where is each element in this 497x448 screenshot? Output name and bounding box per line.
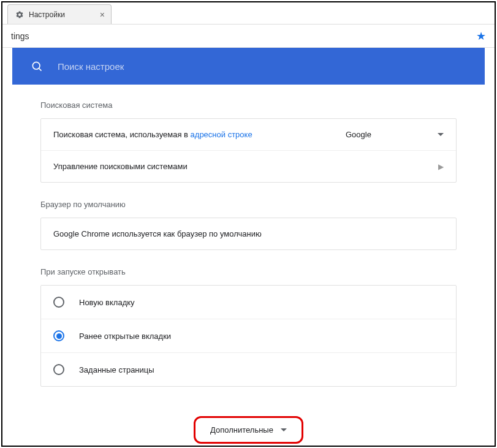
settings-search-bar[interactable] [12, 48, 485, 85]
settings-content: Поисковая система Поисковая система, исп… [2, 48, 495, 446]
option-label: Заданные страницы [79, 365, 154, 374]
section-title: Поисковая система [40, 101, 457, 110]
radio-button[interactable] [53, 330, 64, 341]
option-label: Ранее открытые вкладки [79, 332, 171, 341]
gear-icon [15, 10, 24, 19]
section-title: Браузер по умолчанию [40, 200, 457, 209]
svg-point-0 [32, 62, 40, 69]
bookmark-star-icon[interactable]: ★ [476, 29, 486, 43]
address-bar-link[interactable]: адресной строке [191, 130, 252, 139]
search-engine-select[interactable]: Google [346, 130, 444, 139]
address-bar[interactable]: tings ★ [2, 25, 495, 48]
section-on-startup: При запуске открывать Новую вкладку Ране… [12, 267, 485, 387]
search-engine-label: Поисковая система, используемая в адресн… [53, 130, 346, 139]
close-icon[interactable]: × [100, 10, 105, 20]
advanced-section: Дополнительные [12, 404, 485, 446]
search-icon [31, 60, 43, 72]
advanced-button[interactable]: Дополнительные [194, 416, 303, 444]
url-text: tings [11, 31, 476, 41]
startup-option-specific[interactable]: Заданные страницы [41, 353, 456, 386]
manage-engines-label: Управление поисковыми системами [53, 162, 438, 171]
section-search-engine: Поисковая система Поисковая система, исп… [12, 101, 485, 183]
startup-option-new-tab[interactable]: Новую вкладку [41, 286, 456, 319]
svg-line-1 [39, 69, 42, 71]
manage-search-engines-row[interactable]: Управление поисковыми системами ▶ [41, 151, 456, 182]
default-browser-status: Google Chrome используется как браузер п… [53, 229, 262, 238]
search-engine-card: Поисковая система, используемая в адресн… [40, 118, 457, 183]
search-input[interactable] [58, 61, 466, 72]
radio-button[interactable] [53, 297, 64, 308]
option-label: Новую вкладку [79, 298, 135, 307]
chevron-right-icon: ▶ [438, 162, 444, 171]
section-title: При запуске открывать [40, 267, 457, 276]
default-browser-status-row: Google Chrome используется как браузер п… [41, 218, 456, 249]
tab-title: Настройки [29, 10, 65, 19]
section-default-browser: Браузер по умолчанию Google Chrome испол… [12, 200, 485, 250]
chevron-down-icon [281, 427, 287, 433]
startup-option-continue[interactable]: Ранее открытые вкладки [41, 319, 456, 353]
tab-strip: Настройки × [2, 2, 495, 25]
default-browser-card: Google Chrome используется как браузер п… [40, 218, 457, 250]
startup-card: Новую вкладку Ранее открытые вкладки Зад… [40, 285, 457, 387]
advanced-label: Дополнительные [210, 425, 273, 435]
radio-button[interactable] [53, 364, 64, 375]
search-engine-row: Поисковая система, используемая в адресн… [41, 119, 456, 151]
selected-engine: Google [346, 130, 371, 139]
chevron-down-icon [438, 133, 444, 137]
browser-tab[interactable]: Настройки × [7, 4, 112, 24]
